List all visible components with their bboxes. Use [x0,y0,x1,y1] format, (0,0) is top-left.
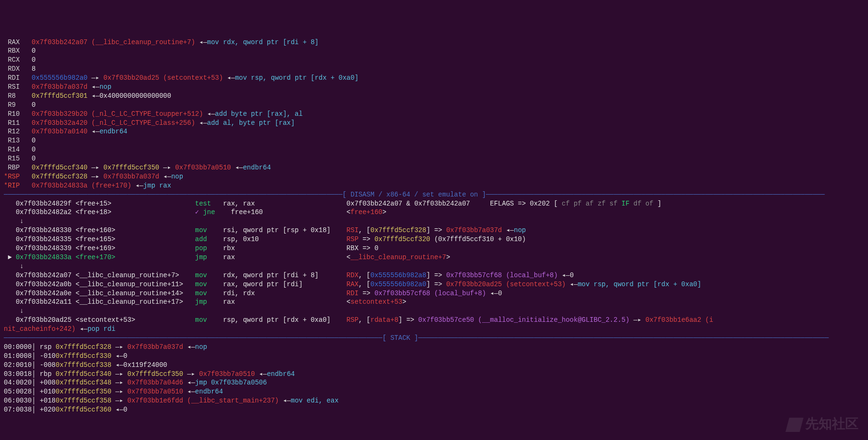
register-row: R13 0 [4,136,864,145]
disasm-row: 0x7f03bb248330 <free+160> mov rsi, qword… [4,226,864,235]
disasm-row: 0x7f03bb242a0e <__libc_cleanup_routine+1… [4,289,864,298]
register-row: RBP 0x7fffd5ccf340 —▸ 0x7fffd5ccf350 —▸ … [4,163,864,172]
stack-row: 07:0038│ +0200x7fffd5ccf360 ◂—0 [4,405,864,414]
register-name: R12 [4,128,24,135]
stack-row: 01:0008│ -0100x7fffd5ccf330 ◂—0 [4,352,864,361]
register-row: R14 0 [4,145,864,154]
debugger-output: RAX 0x7f03bb242a07 (__libc_cleanup_routi… [4,38,864,414]
register-name: R9 [4,101,24,109]
register-name: RSI [4,83,24,91]
disasm-section-header: ────────────────────────────────────────… [4,190,864,199]
register-name: R10 [4,110,24,118]
disasm-row: ↓ [4,307,864,316]
register-name: RBP [4,164,24,171]
disasm-row: 0x7f03bb248339 <free+169> pop rbx RBX =>… [4,244,864,253]
register-row: RDX 8 [4,65,864,74]
register-name: R15 [4,155,24,162]
stack-row: 04:0020│ +0080x7fffd5ccf348 —▸ 0x7f03bb7… [4,378,864,387]
register-name: R14 [4,146,24,153]
register-name: RAX [4,38,24,46]
register-name: *RSP [4,173,24,180]
register-name: RDX [4,65,24,73]
disasm-row: 0x7f03bb242a07 <__libc_cleanup_routine+7… [4,271,864,280]
disasm-continuation: nit_cacheinfo+242) ◂—pop rdi [4,325,864,334]
stack-row: 06:0030│ +0180x7fffd5ccf358 —▸ 0x7f03bb1… [4,396,864,405]
register-name: RDI [4,74,24,82]
register-row: RCX 0 [4,56,864,65]
register-row: RSI 0x7f03bb7a037d ◂—nop [4,83,864,92]
disasm-row: 0x7f03bb2482a2 <free+18> ✓ jne free+160 … [4,208,864,217]
disasm-row: 0x7f03bb20ad25 <setcontext+53> mov rsp, … [4,316,864,325]
disasm-row: ► 0x7f03bb24833a <free+170> jmp rax <__l… [4,253,864,262]
register-row: R11 0x7f03bb32a420 (_nl_C_LC_CTYPE_class… [4,119,864,128]
register-name: RBX [4,47,24,55]
register-row: RBX 0 [4,47,864,56]
disasm-row: 0x7f03bb24829f <free+15> test rax, rax 0… [4,199,864,208]
register-row: R9 0 [4,101,864,110]
register-name: *RIP [4,182,24,189]
register-row: R12 0x7f03bb7a0140 ◂—endbr64 [4,127,864,136]
register-row: R8 0x7fffd5ccf301 ◂—0x4000000000000000 [4,92,864,101]
stack-row: 05:0028│ +0100x7fffd5ccf350 —▸ 0x7f03bb7… [4,387,864,396]
stack-row: 02:0010│ -0080x7fffd5ccf338 ◂—0x119f2400… [4,361,864,370]
register-row: R10 0x7f03bb329b20 (_nl_C_LC_CTYPE_toupp… [4,110,864,119]
register-row: R15 0 [4,154,864,163]
register-name: RCX [4,56,24,64]
register-row: RAX 0x7f03bb242a07 (__libc_cleanup_routi… [4,38,864,47]
disasm-row: ↓ [4,262,864,271]
disasm-row: 0x7f03bb242a0b <__libc_cleanup_routine+1… [4,280,864,289]
stack-row: 03:0018│ rbp 0x7fffd5ccf340 —▸ 0x7fffd5c… [4,370,864,379]
register-row: *RIP 0x7f03bb24833a (free+170) ◂—jmp rax [4,181,864,190]
stack-section-header: ────────────────────────────────────────… [4,334,864,343]
watermark: 先知社区 [787,415,859,433]
disasm-row: 0x7f03bb242a11 <__libc_cleanup_routine+1… [4,298,864,307]
register-name: R13 [4,137,24,144]
register-name: R8 [4,92,24,100]
register-row: RDI 0x555556b982a0 —▸ 0x7f03bb20ad25 (se… [4,74,864,83]
disasm-row: 0x7f03bb248335 <free+165> add rsp, 0x10 … [4,235,864,244]
register-name: R11 [4,119,24,127]
stack-row: 00:0000│ rsp 0x7fffd5ccf328 —▸ 0x7f03bb7… [4,343,864,352]
disasm-row: ↓ [4,217,864,226]
register-row: *RSP 0x7fffd5ccf328 —▸ 0x7f03bb7a037d ◂—… [4,172,864,181]
